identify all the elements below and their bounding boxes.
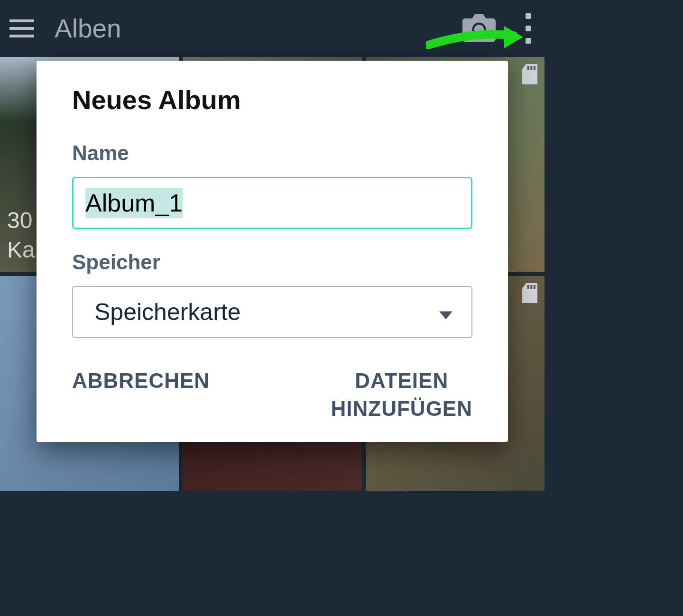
new-album-dialog: Neues Album Name Album_1 Speicher Speich… xyxy=(37,61,508,442)
hamburger-menu-icon[interactable] xyxy=(9,14,38,43)
overflow-menu-icon[interactable] xyxy=(522,9,535,47)
cancel-button[interactable]: ABBRECHEN xyxy=(72,367,210,395)
svg-rect-8 xyxy=(527,285,529,289)
svg-rect-6 xyxy=(530,66,532,70)
sd-card-icon xyxy=(522,283,537,302)
svg-rect-7 xyxy=(534,66,535,70)
chevron-down-icon xyxy=(439,298,460,326)
svg-point-1 xyxy=(474,25,484,34)
svg-rect-10 xyxy=(534,285,535,289)
sd-card-icon xyxy=(522,64,537,83)
app-bar: Alben xyxy=(0,0,545,57)
storage-label: Speicher xyxy=(72,250,472,274)
page-title: Alben xyxy=(55,13,462,44)
storage-value: Speicherkarte xyxy=(94,298,241,326)
storage-select[interactable]: Speicherkarte xyxy=(72,286,472,338)
svg-rect-9 xyxy=(530,285,532,289)
album-name-input[interactable]: Album_1 xyxy=(72,177,472,229)
add-files-button[interactable]: DATEIENHINZUFÜGEN xyxy=(331,367,472,423)
dialog-actions: ABBRECHEN DATEIENHINZUFÜGEN xyxy=(72,367,472,423)
svg-rect-5 xyxy=(527,66,529,70)
name-label: Name xyxy=(72,141,472,165)
camera-icon[interactable] xyxy=(462,14,496,43)
album-label: 30 Ka xyxy=(7,206,35,265)
dialog-title: Neues Album xyxy=(72,84,472,115)
